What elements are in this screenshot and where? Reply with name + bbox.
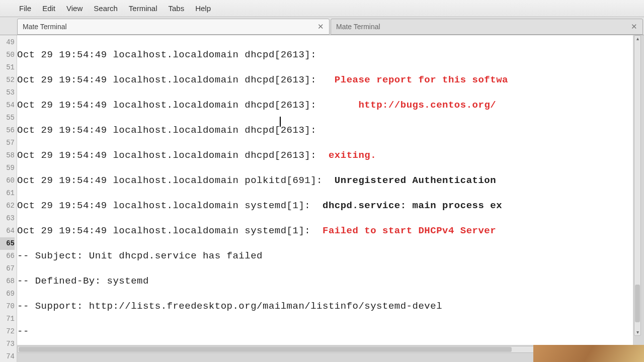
line-number: 55 <box>0 112 15 124</box>
line-number: 74 <box>0 350 15 362</box>
menu-bar: File Edit View Search Terminal Tabs Help <box>0 0 644 17</box>
line-number: 68 <box>0 275 15 288</box>
terminal-output[interactable]: Oct 29 19:54:49 localhost.localdomain dh… <box>17 35 633 345</box>
text-cursor <box>280 117 281 127</box>
line-number: 64 <box>0 225 15 237</box>
scroll-down-icon[interactable]: ▾ <box>634 329 640 335</box>
tab-terminal-1[interactable]: Mate Terminal ✕ <box>17 19 330 35</box>
line-number: 51 <box>0 61 15 74</box>
line-number: 57 <box>0 137 15 149</box>
tab-label: Mate Terminal <box>336 23 380 31</box>
tab-bar: Mate Terminal ✕ Mate Terminal ✕ <box>0 17 644 35</box>
line-number: 67 <box>0 262 15 275</box>
line-number: 72 <box>0 325 15 338</box>
tab-label: Mate Terminal <box>23 23 67 31</box>
line-number: 59 <box>0 162 15 174</box>
line-number: 66 <box>0 250 15 262</box>
line-number: 53 <box>0 86 15 99</box>
line-number: 50 <box>0 49 15 61</box>
line-number: 58 <box>0 149 15 162</box>
line-number: 52 <box>0 74 15 86</box>
line-number: 54 <box>0 99 15 112</box>
line-number: 60 <box>0 174 15 187</box>
line-number: 63 <box>0 212 15 225</box>
line-number: 61 <box>0 187 15 200</box>
line-number: 65 <box>0 237 15 250</box>
tab-terminal-2[interactable]: Mate Terminal ✕ <box>331 19 643 35</box>
close-icon[interactable]: ✕ <box>317 22 324 31</box>
scroll-thumb[interactable] <box>635 285 640 322</box>
menu-file[interactable]: File <box>19 4 31 13</box>
line-number: 71 <box>0 313 15 325</box>
line-number: 73 <box>0 338 15 350</box>
scroll-thumb[interactable] <box>19 347 512 352</box>
close-icon[interactable]: ✕ <box>631 22 637 31</box>
line-number: 49 <box>0 36 15 49</box>
menu-search[interactable]: Search <box>94 4 118 13</box>
vertical-scrollbar[interactable]: ▴ ▾ <box>634 35 641 336</box>
menu-edit[interactable]: Edit <box>42 4 55 13</box>
menu-help[interactable]: Help <box>195 4 211 13</box>
line-number: 69 <box>0 288 15 300</box>
line-number: 70 <box>0 300 15 313</box>
line-number: 62 <box>0 200 15 212</box>
line-number-gutter: 4950515253545556575859606162636465666768… <box>0 35 17 362</box>
line-number: 56 <box>0 124 15 137</box>
menu-terminal[interactable]: Terminal <box>129 4 157 13</box>
menu-view[interactable]: View <box>66 4 83 13</box>
desktop-background <box>533 345 644 362</box>
scroll-up-icon[interactable]: ▴ <box>634 36 640 42</box>
menu-tabs[interactable]: Tabs <box>169 4 185 13</box>
